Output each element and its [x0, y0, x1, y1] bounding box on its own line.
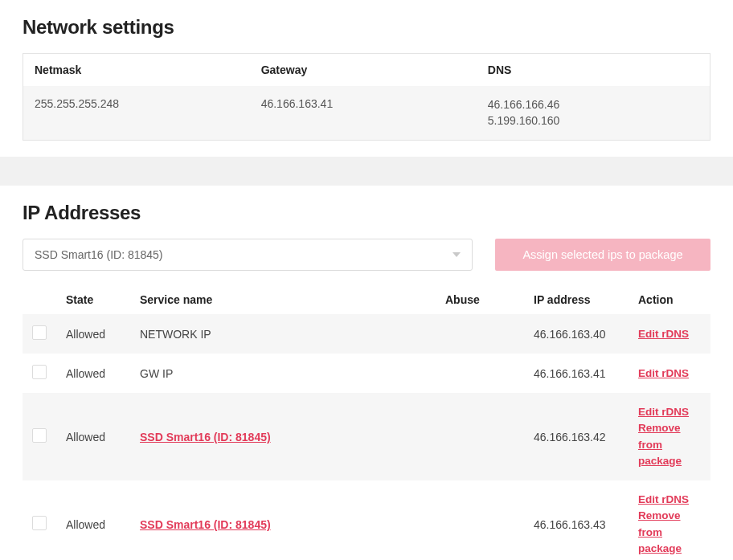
gateway-value: 46.166.163.41 [250, 86, 477, 141]
row-ip: 46.166.163.40 [524, 314, 629, 354]
row-abuse [436, 393, 524, 480]
service-header: Service name [130, 285, 436, 314]
edit-rdns-link[interactable]: Edit rDNS [638, 404, 701, 420]
dns-value-1: 46.166.166.46 [488, 97, 698, 113]
row-state: Allowed [56, 393, 130, 480]
ip-addresses-section: IP Addresses SSD Smart16 (ID: 81845) Ass… [0, 186, 733, 560]
row-state: Allowed [56, 354, 130, 393]
edit-rdns-link[interactable]: Edit rDNS [638, 492, 701, 508]
service-text: NETWORK IP [140, 328, 211, 341]
row-abuse [436, 314, 524, 354]
table-row: AllowedSSD Smart16 (ID: 81845)46.166.163… [23, 393, 710, 480]
row-checkbox[interactable] [32, 428, 47, 443]
chevron-down-icon [452, 252, 461, 257]
table-row: AllowedSSD Smart16 (ID: 81845)46.166.163… [23, 480, 710, 560]
network-settings-section: Network settings Netmask Gateway DNS 255… [0, 0, 733, 157]
row-checkbox[interactable] [32, 325, 47, 340]
package-select[interactable]: SSD Smart16 (ID: 81845) [23, 239, 473, 271]
netmask-value: 255.255.255.248 [23, 86, 250, 141]
table-row: AllowedNETWORK IP46.166.163.40Edit rDNS [23, 314, 710, 354]
row-service: SSD Smart16 (ID: 81845) [130, 480, 436, 560]
ip-controls-row: SSD Smart16 (ID: 81845) Assign selected … [23, 239, 710, 271]
row-state: Allowed [56, 314, 130, 354]
ip-addresses-table: State Service name Abuse IP address Acti… [23, 285, 710, 560]
assign-button[interactable]: Assign selected ips to package [495, 239, 710, 271]
remove-from-package-link[interactable]: Remove from package [638, 420, 701, 469]
remove-from-package-link[interactable]: Remove from package [638, 508, 701, 557]
network-settings-title: Network settings [23, 16, 710, 39]
row-service: GW IP [130, 354, 436, 393]
network-values-row: 255.255.255.248 46.166.163.41 46.166.166… [23, 86, 710, 141]
row-state: Allowed [56, 480, 130, 560]
row-actions: Edit rDNS [629, 314, 710, 354]
row-service: SSD Smart16 (ID: 81845) [130, 393, 436, 480]
row-ip: 46.166.163.42 [524, 393, 629, 480]
network-settings-table: Netmask Gateway DNS 255.255.255.248 46.1… [23, 53, 710, 141]
edit-rdns-link[interactable]: Edit rDNS [638, 326, 701, 342]
row-ip: 46.166.163.41 [524, 354, 629, 393]
row-actions: Edit rDNS [629, 354, 710, 393]
row-checkbox[interactable] [32, 516, 47, 530]
row-abuse [436, 480, 524, 560]
row-checkbox[interactable] [32, 365, 47, 379]
row-service: NETWORK IP [130, 314, 436, 354]
dns-value: 46.166.166.46 5.199.160.160 [477, 86, 710, 141]
service-link[interactable]: SSD Smart16 (ID: 81845) [140, 518, 271, 531]
dns-header: DNS [477, 54, 710, 87]
abuse-header: Abuse [436, 285, 524, 314]
row-abuse [436, 354, 524, 393]
gateway-header: Gateway [250, 54, 477, 87]
section-divider [0, 157, 733, 186]
ipaddr-header: IP address [524, 285, 629, 314]
service-text: GW IP [140, 367, 173, 380]
ip-addresses-title: IP Addresses [23, 202, 710, 224]
row-actions: Edit rDNSRemove from package [629, 393, 710, 480]
state-header: State [56, 285, 130, 314]
package-select-value: SSD Smart16 (ID: 81845) [35, 248, 163, 261]
dns-value-2: 5.199.160.160 [488, 113, 698, 129]
service-link[interactable]: SSD Smart16 (ID: 81845) [140, 431, 271, 444]
row-actions: Edit rDNSRemove from package [629, 480, 710, 560]
table-row: AllowedGW IP46.166.163.41Edit rDNS [23, 354, 710, 393]
row-ip: 46.166.163.43 [524, 480, 629, 560]
netmask-header: Netmask [23, 54, 250, 87]
edit-rdns-link[interactable]: Edit rDNS [638, 366, 701, 382]
checkbox-header [23, 285, 56, 314]
action-header: Action [629, 285, 710, 314]
